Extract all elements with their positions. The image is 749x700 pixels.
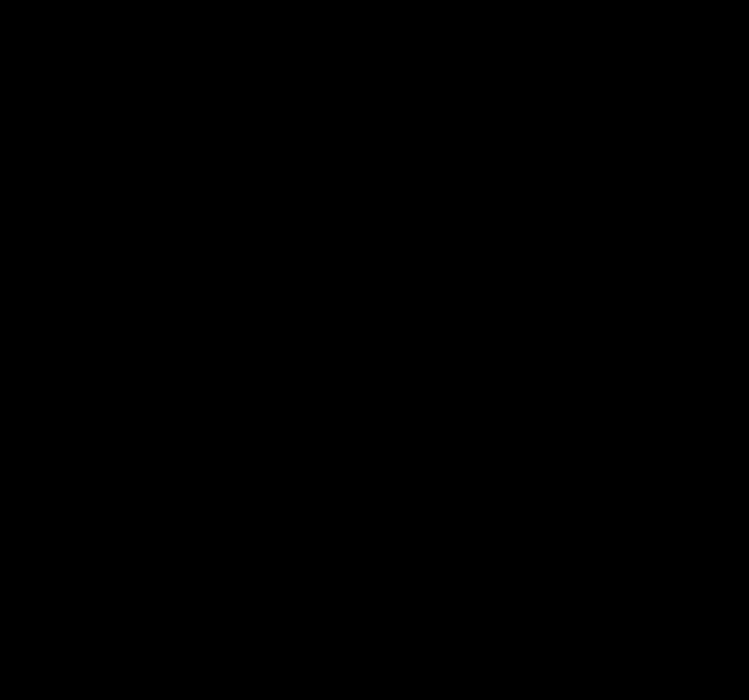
county-boundaries	[2, 47, 637, 674]
radar-app-window	[0, 0, 749, 700]
border-title-sep	[0, 25, 749, 27]
highways	[2, 47, 632, 674]
border-left	[0, 0, 2, 700]
radar-coverage-outlines	[93, 132, 539, 628]
border-map-bottom	[0, 676, 665, 678]
radar-map[interactable]	[2, 47, 637, 674]
window-title	[0, 2, 749, 25]
border-legend-divider	[664, 26, 666, 700]
